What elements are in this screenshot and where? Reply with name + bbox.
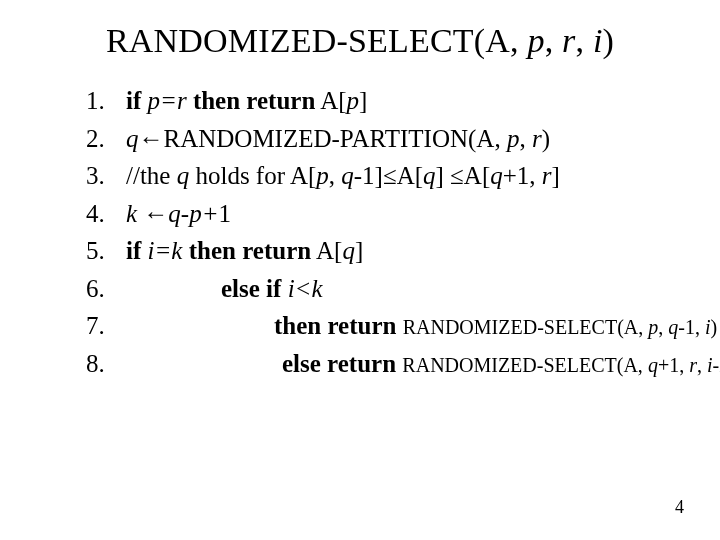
line-number: 5. [86, 232, 126, 270]
line-number: 4. [86, 195, 126, 233]
line-content: if i=k then return A[q] [126, 232, 700, 270]
line-number: 6. [86, 270, 126, 308]
page-number: 4 [675, 497, 684, 518]
pseudocode-block: 1.if p=r then return A[p]2.q←RANDOMIZED-… [20, 82, 700, 382]
code-line: 2.q←RANDOMIZED-PARTITION(A, p, r) [86, 120, 700, 158]
line-content: //the q holds for A[p, q-1]≤A[q] ≤A[q+1,… [126, 157, 700, 195]
line-number: 8. [86, 345, 126, 383]
code-line: 5.if i=k then return A[q] [86, 232, 700, 270]
code-line: 7.then return RANDOMIZED-SELECT(A, p, q-… [86, 307, 700, 345]
line-content: k ←q-p+1 [126, 195, 700, 233]
line-content: else if i<k [126, 270, 700, 308]
line-content: else return RANDOMIZED-SELECT(A, q+1, r,… [126, 345, 720, 383]
code-line: 8.else return RANDOMIZED-SELECT(A, q+1, … [86, 345, 700, 383]
line-content: then return RANDOMIZED-SELECT(A, p, q-1,… [126, 307, 717, 345]
code-line: 4.k ←q-p+1 [86, 195, 700, 233]
line-number: 3. [86, 157, 126, 195]
code-line: 1.if p=r then return A[p] [86, 82, 700, 120]
line-number: 7. [86, 307, 126, 345]
slide: RANDOMIZED-SELECT(A, p, r, i) 1.if p=r t… [0, 0, 720, 540]
line-number: 1. [86, 82, 126, 120]
code-line: 6.else if i<k [86, 270, 700, 308]
line-content: q←RANDOMIZED-PARTITION(A, p, r) [126, 120, 700, 158]
code-line: 3.//the q holds for A[p, q-1]≤A[q] ≤A[q+… [86, 157, 700, 195]
slide-title: RANDOMIZED-SELECT(A, p, r, i) [20, 22, 700, 60]
line-content: if p=r then return A[p] [126, 82, 700, 120]
line-number: 2. [86, 120, 126, 158]
